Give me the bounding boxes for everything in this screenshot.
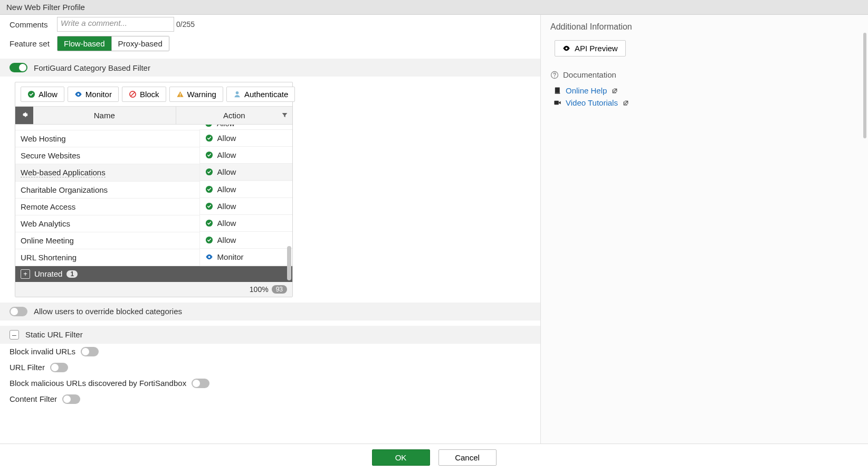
action-header-label: Action (223, 111, 245, 120)
block-action-button[interactable]: Block (122, 87, 166, 102)
static-option-toggle[interactable] (62, 394, 80, 404)
category-action-cell: Allow (200, 147, 292, 164)
main-form: Comments 0/255 Feature set Flow-based Pr… (0, 15, 541, 444)
action-cell-label: Allow (217, 150, 236, 159)
category-table-footer: 100% 93 (15, 282, 292, 297)
static-option-label: URL Filter (9, 363, 45, 372)
category-action-cell: Monitor (200, 249, 292, 266)
info-panel-scrollbar[interactable] (863, 33, 866, 138)
feature-set-flow-based[interactable]: Flow-based (58, 36, 111, 51)
filter-icon[interactable] (281, 111, 288, 120)
category-name-cell: Secure Websites (15, 147, 199, 164)
static-option-row: Block malicious URLs discovered by Forti… (0, 375, 540, 391)
check-circle-icon (205, 151, 213, 159)
check-circle-icon (205, 185, 213, 193)
ok-button[interactable]: OK (372, 449, 430, 466)
cancel-button[interactable]: Cancel (438, 449, 497, 466)
unrated-group-row[interactable]: + Unrated 1 (15, 266, 292, 282)
table-row[interactable]: Web-based ApplicationsAllow (15, 164, 292, 181)
table-row[interactable]: Remote AccessAllow (15, 198, 292, 215)
table-name-header[interactable]: Name (33, 107, 176, 125)
override-title: Allow users to override blocked categori… (34, 307, 182, 316)
eye-icon (205, 253, 213, 261)
table-row[interactable]: Charitable OrganizationsAllow (15, 181, 292, 198)
category-action-cell: Allow (200, 130, 292, 147)
static-option-toggle[interactable] (50, 363, 68, 372)
dialog-footer: OK Cancel (0, 444, 868, 471)
category-name-cell: Charitable Organizations (15, 181, 199, 198)
static-url-title: Static URL Filter (25, 330, 83, 339)
check-circle-icon (205, 202, 213, 210)
help-icon (550, 71, 559, 79)
category-filter-box: Allow Monitor Block Warning Authenticate (15, 82, 293, 297)
gear-icon (21, 111, 28, 118)
action-cell-label: Allow (217, 236, 236, 244)
online-help-link-row: Online Help (554, 84, 859, 97)
window-title: New Web Filter Profile (0, 0, 868, 15)
static-option-row: Block invalid URLs (0, 344, 540, 360)
table-row[interactable]: Allow (15, 125, 292, 130)
check-circle-icon (205, 134, 213, 142)
info-heading: Additional Information (550, 22, 859, 32)
category-name-cell: Web-based Applications (15, 164, 199, 181)
category-name-cell: Online Meeting (15, 232, 199, 249)
static-option-row: Content Filter (0, 391, 540, 407)
collapse-icon[interactable]: – (9, 330, 19, 340)
static-option-toggle[interactable] (192, 379, 209, 388)
footer-percent: 100% (250, 285, 269, 294)
fortiguard-toggle[interactable] (9, 63, 27, 72)
category-action-cell: Allow (200, 232, 292, 249)
video-tutorials-link[interactable]: Video Tutorials (566, 98, 618, 107)
table-gear-header[interactable] (15, 107, 33, 125)
table-row[interactable]: Web HostingAllow (15, 130, 292, 147)
video-icon (554, 99, 561, 107)
ban-icon (129, 90, 137, 98)
feature-set-label: Feature set (9, 39, 57, 48)
action-cell-label: Allow (217, 219, 236, 228)
category-name-cell: Remote Access (15, 198, 199, 215)
feature-set-proxy-based[interactable]: Proxy-based (111, 36, 169, 51)
video-tutorials-link-row: Video Tutorials (554, 97, 859, 109)
feature-set-segmented: Flow-based Proxy-based (57, 36, 169, 51)
category-name-cell: URL Shortening (15, 249, 199, 266)
category-action-cell: Allow (200, 181, 292, 198)
table-row[interactable]: URL ShorteningMonitor (15, 249, 292, 266)
expand-icon: + (21, 269, 30, 279)
table-row[interactable]: Online MeetingAllow (15, 232, 292, 249)
category-action-cell: Allow (200, 215, 292, 232)
table-action-header[interactable]: Action (176, 107, 292, 125)
static-option-label: Block invalid URLs (9, 347, 75, 356)
static-url-section-header: – Static URL Filter (0, 326, 540, 344)
check-circle-icon (205, 125, 213, 127)
category-name-cell: Web Hosting (15, 130, 199, 147)
authenticate-action-button[interactable]: Authenticate (226, 87, 295, 102)
monitor-action-button[interactable]: Monitor (68, 87, 119, 102)
block-label: Block (140, 90, 159, 99)
unrated-count: 1 (66, 270, 78, 278)
check-circle-icon (205, 236, 213, 244)
online-help-link[interactable]: Online Help (566, 86, 607, 95)
book-icon (554, 87, 561, 95)
allow-action-button[interactable]: Allow (21, 87, 64, 102)
table-row[interactable]: Web AnalyticsAllow (15, 215, 292, 232)
documentation-label: Documentation (563, 70, 616, 79)
category-table-body: Allow Web HostingAllowSecure WebsitesAll… (15, 125, 292, 282)
user-icon (233, 90, 241, 98)
external-link-icon (622, 99, 629, 107)
info-panel: Additional Information API Preview Docum… (541, 15, 868, 444)
monitor-label: Monitor (85, 90, 112, 99)
check-circle-icon (27, 90, 35, 98)
override-toggle[interactable] (9, 307, 27, 316)
static-option-row: URL Filter (0, 360, 540, 375)
table-scrollbar[interactable] (287, 246, 291, 280)
warning-label: Warning (187, 90, 216, 99)
footer-total: 93 (272, 285, 287, 294)
api-preview-label: API Preview (575, 44, 618, 53)
static-option-toggle[interactable] (81, 347, 99, 356)
api-preview-button[interactable]: API Preview (555, 40, 626, 56)
comments-input[interactable] (57, 17, 174, 32)
action-cell-label: Allow (217, 167, 236, 176)
category-action-cell: Allow (200, 198, 292, 215)
warning-action-button[interactable]: Warning (169, 87, 223, 102)
table-row[interactable]: Secure WebsitesAllow (15, 147, 292, 164)
